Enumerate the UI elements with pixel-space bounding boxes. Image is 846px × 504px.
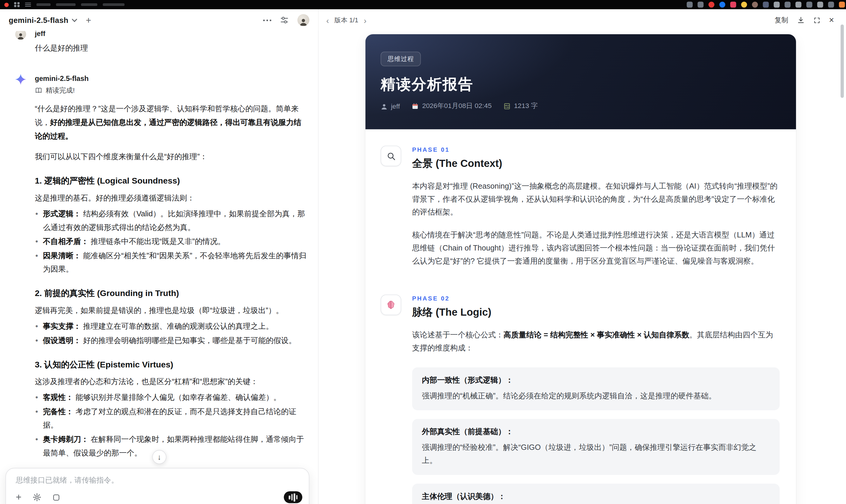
- bullet-list: 形式逻辑： 结构必须有效（Valid）。比如演绎推理中，如果前提全部为真，那么通…: [35, 207, 309, 276]
- menubar-app-icon[interactable]: [687, 1, 693, 7]
- chat-input[interactable]: [15, 475, 300, 485]
- scrollbar-thumb[interactable]: [841, 24, 844, 98]
- menubar-app-icon[interactable]: [785, 1, 791, 7]
- menubar-app-icon[interactable]: [806, 1, 812, 7]
- record-icon[interactable]: [4, 2, 9, 7]
- menubar-menu-item[interactable]: [103, 3, 124, 6]
- phase-kicker: PHASE 01: [412, 146, 780, 152]
- dimension-cards: 内部一致性（形式逻辑）： 强调推理的“机械正确”。结论必须在给定的规则系统内逻辑…: [412, 367, 780, 504]
- scroll-to-bottom-button[interactable]: ↓: [152, 450, 166, 464]
- list-icon[interactable]: [25, 2, 31, 6]
- status-text: 精读完成!: [46, 86, 75, 95]
- model-name: gemini-2.5-flash: [8, 16, 69, 24]
- dimension-card: 内部一致性（形式逻辑）： 强调推理的“机械正确”。结论必须在给定的规则系统内逻辑…: [412, 367, 780, 410]
- menubar-app-icon[interactable]: [795, 1, 801, 7]
- menubar-app-icon[interactable]: [817, 1, 823, 7]
- document-scroll-area[interactable]: 思维过程 精读分析报告 jeff 2026年01月08日 02:45: [318, 31, 846, 504]
- chat-header: gemini-2.5-flash +: [0, 9, 318, 31]
- report-hero: 思维过程 精读分析报告 jeff 2026年01月08日 02:45: [365, 34, 796, 129]
- more-options-icon[interactable]: [263, 19, 271, 21]
- card-text: 强调推理的“经验校准”。解决“GIGO（垃圾进，垃圾出）”问题，确保推理引擎运行…: [422, 440, 770, 467]
- message-author: gemini-2.5-flash: [35, 74, 309, 83]
- menubar-app-icon[interactable]: [698, 1, 703, 7]
- person-silhouette-icon: [299, 17, 309, 26]
- canvas-button[interactable]: [52, 493, 60, 501]
- version-label: 版本 1/1: [334, 16, 358, 25]
- composer-actions: +: [16, 492, 60, 502]
- menubar-app-icon[interactable]: [763, 1, 769, 7]
- person-icon: [381, 103, 388, 109]
- avatar[interactable]: [297, 14, 309, 26]
- section-desc: 逻辑再完美，如果前提是错误的，推理也是垃圾（即“垃圾进，垃圾出”）。: [35, 304, 309, 318]
- phase-section: PHASE 02 脉络 (The Logic) 该论述基于一个核心公式：高质量结…: [381, 294, 780, 504]
- viewer-toolbar: ‹ 版本 1/1 › 复制 ×: [318, 9, 846, 31]
- report-type-badge: 思维过程: [381, 52, 421, 66]
- menubar-menu-item[interactable]: [56, 3, 76, 6]
- phase-icon-box: [381, 294, 401, 315]
- phase-icon-box: [381, 146, 401, 166]
- next-version-button[interactable]: ›: [363, 16, 367, 24]
- assistant-message: gemini-2.5-flash 精读完成! “什么是好的推理？”这是一个涉及逻…: [15, 74, 308, 504]
- download-icon: [797, 16, 805, 24]
- menubar-app-icon[interactable]: [741, 1, 747, 7]
- chat-panel: gemini-2.5-flash +: [0, 9, 318, 504]
- attach-button[interactable]: +: [16, 492, 21, 502]
- grid-icon[interactable]: [14, 2, 19, 7]
- sliders-icon[interactable]: [280, 16, 289, 24]
- paragraph: 该论述基于一个核心公式：高质量结论 = 结构完整性 × 事实准确性 × 认知自律…: [412, 328, 780, 354]
- new-chat-button[interactable]: +: [86, 16, 91, 25]
- screen: gemini-2.5-flash +: [0, 0, 846, 504]
- section-heading: 2. 前提的真实性 (Grounding in Truth): [35, 288, 309, 299]
- artifact-viewer: ‹ 版本 1/1 › 复制 ×: [318, 9, 846, 504]
- voice-input-button[interactable]: [284, 491, 302, 503]
- calendar-icon: [412, 103, 419, 110]
- waveform-icon: [289, 496, 290, 499]
- phase-title: 全景 (The Context): [412, 157, 780, 170]
- date-meta: 2026年01月08日 02:45: [412, 102, 492, 111]
- report-body: PHASE 01 全景 (The Context) 本内容是对“推理 (Reas…: [365, 129, 796, 504]
- list-item: 完备性： 考虑了对立的观点和潜在的反证，而不是只选择支持自己结论的证据。: [35, 405, 309, 432]
- menubar-app-icon[interactable]: [774, 1, 780, 7]
- fullscreen-button[interactable]: [813, 17, 821, 24]
- arrow-down-icon: ↓: [157, 452, 161, 461]
- tools-button[interactable]: [32, 493, 41, 502]
- person-silhouette-icon: [16, 32, 25, 40]
- magnifier-icon: [386, 151, 395, 161]
- previous-version-button[interactable]: ‹: [325, 16, 330, 24]
- model-switcher[interactable]: gemini-2.5-flash: [8, 16, 77, 24]
- version-navigator: ‹ 版本 1/1 ›: [325, 16, 367, 25]
- list-item: 事实支撑： 推理建立在可靠的数据、准确的观测或公认的真理之上。: [35, 320, 309, 333]
- card-title: 外部真实性（前提基础）：: [422, 427, 770, 437]
- author-meta: jeff: [381, 102, 400, 110]
- copy-button[interactable]: 复制: [775, 16, 788, 25]
- composer: +: [5, 468, 309, 504]
- menubar-menu-item[interactable]: [36, 3, 50, 6]
- paragraph: “什么是好的推理？”这是一个涉及逻辑学、认知科学和哲学核心的问题。简单来说，好的…: [35, 102, 309, 143]
- read-status: 精读完成!: [35, 86, 309, 95]
- abacus-icon: [504, 103, 511, 110]
- list-item: 假设透明： 好的推理会明确指明哪些是已知事实，哪些是基于可能的假设。: [35, 334, 309, 347]
- menubar-menu-item[interactable]: [81, 3, 97, 6]
- list-item: 不自相矛盾： 推理链条中不能出现“既是又非”的情况。: [35, 235, 309, 248]
- menubar-app-icon[interactable]: [828, 1, 834, 7]
- list-item: 客观性： 能够识别并尽量排除个人偏见（如幸存者偏差、确认偏差）。: [35, 391, 309, 404]
- section-heading: 3. 认知的公正性 (Epistemic Virtues): [35, 359, 309, 371]
- tools-icon: [32, 493, 41, 502]
- menubar-app-icon[interactable]: [719, 1, 725, 7]
- phase-title: 脉络 (The Logic): [412, 305, 780, 319]
- close-button[interactable]: ×: [829, 16, 834, 24]
- dimension-card: 主体伦理（认识美德）： 转向推理者的心理特征。引入奥卡姆剃刀和反向论证，旨在克服…: [412, 484, 780, 504]
- menubar-app-icon[interactable]: [708, 1, 715, 7]
- bullet-list: 客观性： 能够识别并尽量排除个人偏见（如幸存者偏差、确认偏差）。 完备性： 考虑…: [35, 391, 309, 460]
- paragraph: 我们可以从以下四个维度来衡量什么是“好的推理”：: [35, 150, 309, 164]
- paragraph: 核心情境在于解决“思考的随意性”问题。不论是人类通过批判性思维进行决策，还是大语…: [412, 228, 780, 268]
- menubar-app-icon[interactable]: [730, 1, 736, 7]
- section-desc: 这涉及推理者的心态和方法论，也是区分“杠精”和“思想家”的关键：: [35, 375, 309, 389]
- menubar-app-icon[interactable]: [752, 1, 758, 7]
- download-button[interactable]: [797, 16, 805, 24]
- app-window: gemini-2.5-flash +: [0, 9, 846, 504]
- menubar-app-icon[interactable]: [839, 1, 845, 7]
- card-title: 内部一致性（形式逻辑）：: [422, 376, 770, 385]
- list-item: 因果清晰： 能准确区分“相关性”和“因果关系”，不会轻率地将先后发生的事情归为因…: [35, 249, 309, 276]
- section-heading: 1. 逻辑的严密性 (Logical Soundness): [35, 176, 309, 187]
